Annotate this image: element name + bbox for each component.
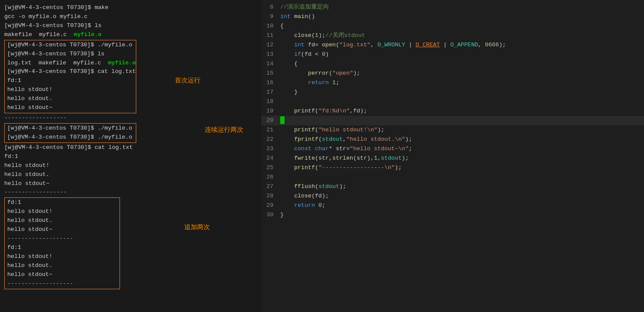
terminal-line: fd:1 (7, 198, 117, 207)
code-line-24: 24 fwrite(str,strlen(str),1,stdout); (261, 154, 644, 163)
line-number: 15 (261, 69, 279, 78)
line-number: 28 (261, 191, 279, 201)
line-number: 13 (261, 50, 279, 59)
annotation-two-runs: 连续运行两次 (205, 125, 243, 135)
annotation-first-run: 首次运行 (175, 76, 201, 86)
line-number: 21 (261, 125, 279, 135)
line-number: 11 (261, 31, 279, 40)
code-line-8: 8 //演示追加重定向 (261, 3, 644, 12)
code-line-23: 23 const char* str="hello stdout~\n"; (261, 144, 644, 154)
line-content: close(1);//关闭stdout (279, 31, 644, 40)
code-line-25: 25 printf("------------------\n"); (261, 163, 644, 173)
terminal-line: hello stdout! (7, 207, 117, 216)
line-content: fprintf(stdout,"hello stdout.\n"); (279, 135, 644, 144)
line-content: close(fd); (279, 191, 644, 201)
code-line-28: 28 close(fd); (261, 191, 644, 201)
terminal-line: fd:1 (4, 152, 257, 161)
line-content (279, 173, 644, 182)
code-line-9: 9 int main() (261, 12, 644, 21)
line-content: { (279, 21, 644, 31)
line-content: const char* str="hello stdout~\n"; (279, 144, 644, 154)
line-content: printf("fd:%d\n",fd); (279, 106, 644, 116)
line-number: 18 (261, 97, 279, 106)
line-content: } (279, 88, 644, 97)
terminal-line: hello stdout~ (7, 103, 133, 112)
terminal-line: hello stdout~ (4, 179, 257, 188)
line-content: return 0; (279, 201, 644, 210)
terminal-line: [wj@VM-4-3-centos T0730]$ ls (4, 21, 257, 30)
line-number: 29 (261, 201, 279, 210)
code-editor-panel: 8 //演示追加重定向 9 int main() 10 { 11 close(1… (261, 0, 644, 312)
code-line-10: 10 { (261, 21, 644, 31)
divider: ------------------- (7, 234, 117, 243)
terminal-line: [wj@VM-4-3-centos T0730]$ make (4, 3, 257, 12)
terminal-line: makefile myfile.c myfile.o (4, 30, 257, 39)
line-number: 16 (261, 78, 279, 88)
line-number: 30 (261, 210, 279, 220)
line-content (279, 97, 644, 106)
line-number: 23 (261, 144, 279, 154)
line-number: 19 (261, 106, 279, 116)
terminal-line: hello stdout~ (7, 225, 117, 234)
line-number: 17 (261, 88, 279, 97)
cursor-indicator (280, 116, 285, 124)
code-line-27: 27 fflush(stdout); (261, 182, 644, 191)
line-number: 8 (261, 3, 279, 12)
line-number: 14 (261, 59, 279, 69)
line-content: perror("open"); (279, 69, 644, 78)
line-number: 9 (261, 12, 279, 21)
line-content: fflush(stdout); (279, 182, 644, 191)
terminal-line: [wj@VM-4-3-centos T0730]$ ls (7, 50, 133, 59)
code-line-18: 18 (261, 97, 644, 106)
line-content (279, 116, 644, 125)
terminal-line: hello stdout. (7, 94, 133, 103)
line-content: return 1; (279, 78, 644, 88)
terminal-line: hello stdout! (7, 85, 133, 94)
terminal-line: [wj@VM-4-3-centos T0730]$ cat log.txt (4, 143, 257, 152)
line-content: printf("------------------\n"); (279, 163, 644, 173)
terminal-line: hello stdout! (7, 252, 117, 261)
line-number: 20 (261, 116, 279, 125)
line-number: 26 (261, 173, 279, 182)
code-line-16: 16 return 1; (261, 78, 644, 88)
line-content: { (279, 59, 644, 69)
line-number: 25 (261, 163, 279, 173)
line-content: //演示追加重定向 (279, 3, 644, 12)
line-content: } (279, 210, 644, 220)
terminal-line: fd:1 (7, 76, 133, 85)
terminal-line: hello stdout. (7, 261, 117, 270)
terminal-line: hello stdout! (4, 161, 257, 170)
divider: ------------------- (7, 279, 117, 288)
line-number: 12 (261, 40, 279, 50)
terminal-line: gcc -o myfile.o myfile.c (4, 12, 257, 21)
code-line-21: 21 printf("hello stdout!\n"); (261, 125, 644, 135)
code-line-15: 15 perror("open"); (261, 69, 644, 78)
line-content: printf("hello stdout!\n"); (279, 125, 644, 135)
annotation-append-twice: 追加两次 (184, 223, 210, 233)
code-line-17: 17 } (261, 88, 644, 97)
divider: ------------------ (4, 188, 257, 197)
code-line-11: 11 close(1);//关闭stdout (261, 31, 644, 40)
code-line-13: 13 if(fd < 0) (261, 50, 644, 59)
line-content: fwrite(str,strlen(str),1,stdout); (279, 154, 644, 163)
code-line-30: 30 } (261, 210, 644, 220)
line-number: 27 (261, 182, 279, 191)
line-number: 24 (261, 154, 279, 163)
code-line-29: 29 return 0; (261, 201, 644, 210)
line-content: if(fd < 0) (279, 50, 644, 59)
terminal-line: log.txt makefile myfile.c myfile.o (7, 59, 133, 68)
terminal-line: fd:1 (7, 243, 117, 252)
terminal-panel: [wj@VM-4-3-centos T0730]$ make gcc -o my… (0, 0, 261, 312)
terminal-line: [wj@VM-4-3-centos T0730]$ ./myfile.o (7, 41, 133, 50)
terminal-line: hello stdout~ (7, 270, 117, 279)
code-line-22: 22 fprintf(stdout,"hello stdout.\n"); (261, 135, 644, 144)
line-content: int fd= open("log.txt", O_WRONLY | O_CRE… (279, 40, 644, 50)
line-number: 22 (261, 135, 279, 144)
terminal-line: hello stdout. (4, 170, 257, 179)
line-content: int main() (279, 12, 644, 21)
terminal-line: [wj@VM-4-3-centos T0730]$ cat log.txt (7, 67, 133, 76)
code-line-19: 19 printf("fd:%d\n",fd); (261, 106, 644, 116)
code-line-26: 26 (261, 173, 644, 182)
code-line-14: 14 { (261, 59, 644, 69)
terminal-line: [wj@VM-4-3-centos T0730]$ ./myfile.o (7, 133, 133, 142)
